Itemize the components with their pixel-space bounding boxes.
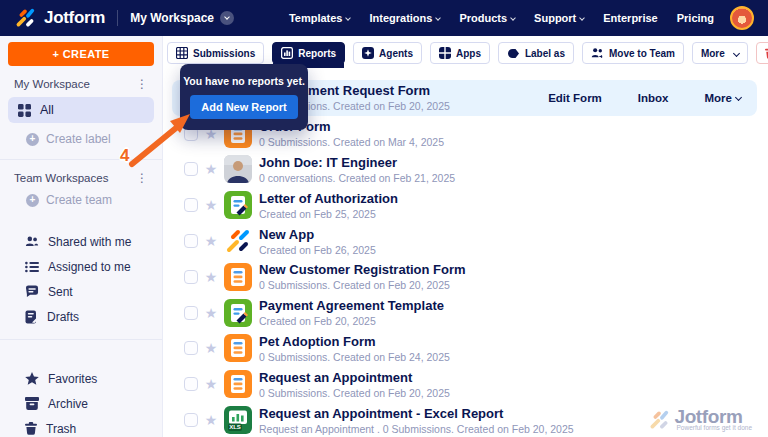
create-button[interactable]: + CREATE xyxy=(8,42,154,66)
form-row[interactable]: ★ Payment Agreement Template Created on … xyxy=(172,295,757,331)
nav-integrations[interactable]: Integrations xyxy=(369,12,440,24)
favorite-star-icon[interactable]: ★ xyxy=(204,270,218,284)
favorite-star-icon[interactable]: ★ xyxy=(204,341,218,355)
reports-button[interactable]: Reports xyxy=(272,42,345,64)
star-icon xyxy=(25,372,39,385)
more-button[interactable]: More xyxy=(692,42,748,64)
nav-products[interactable]: Products xyxy=(459,12,515,24)
reports-popover: You have no reports yet. Add New Report xyxy=(180,64,308,130)
form-row[interactable]: ★ Pet Adoption Form 0 Submissions. Creat… xyxy=(172,331,757,367)
apps-button[interactable]: Apps xyxy=(430,42,490,64)
row-checkbox[interactable] xyxy=(184,198,198,212)
form-title[interactable]: Request an Appointment xyxy=(259,370,450,385)
row-checkbox[interactable] xyxy=(184,413,198,427)
form-row[interactable]: ★ New App Created on Feb 26, 2025 xyxy=(172,223,757,259)
add-new-report-button[interactable]: Add New Report xyxy=(190,95,298,119)
team-workspaces-section-header: Team Workspaces ⋮ xyxy=(14,172,150,184)
move-to-team-button[interactable]: Move to Team xyxy=(582,42,684,64)
sidebar-item-drafts[interactable]: Drafts xyxy=(0,304,162,329)
favorite-star-icon[interactable]: ★ xyxy=(204,413,218,427)
sidebar-item-trash[interactable]: Trash xyxy=(0,416,162,437)
workspace-kebab-icon[interactable]: ⋮ xyxy=(134,79,150,89)
form-type-icon xyxy=(224,263,252,291)
favorite-star-icon[interactable]: ★ xyxy=(204,234,218,248)
sidebar: + CREATE My Workspace ⋮ All + Create lab… xyxy=(0,36,163,437)
navbar-divider xyxy=(117,10,118,26)
row-checkbox[interactable] xyxy=(184,377,198,391)
archive-icon xyxy=(25,397,39,410)
form-list: ★ Appointment Request Form 0 Submissions… xyxy=(172,80,757,437)
form-type-icon xyxy=(224,191,252,219)
form-title[interactable]: New Customer Registration Form xyxy=(259,262,466,277)
excel-report-icon: XLS xyxy=(224,406,252,434)
sidebar-item-all[interactable]: All xyxy=(8,97,154,123)
form-type-icon xyxy=(224,227,252,255)
row-checkbox[interactable] xyxy=(184,234,198,248)
team-kebab-icon[interactable]: ⋮ xyxy=(134,173,150,183)
draft-doc-icon xyxy=(25,310,38,324)
document-sign-icon xyxy=(224,191,252,219)
form-meta: 0 Submissions. Created on Feb 20, 2025 xyxy=(259,387,450,399)
submissions-button[interactable]: Submissions xyxy=(167,42,264,64)
form-title[interactable]: New App xyxy=(259,227,376,242)
form-title[interactable]: Request an Appointment - Excel Report xyxy=(259,406,574,421)
nav-enterprise[interactable]: Enterprise xyxy=(603,12,657,24)
workspace-switcher[interactable]: My Workspace xyxy=(130,11,214,25)
edit-form-link[interactable]: Edit Form xyxy=(548,92,602,104)
people-icon xyxy=(25,235,39,248)
sidebar-item-sent[interactable]: Sent xyxy=(0,279,162,304)
person-photo-icon xyxy=(224,155,252,183)
favorite-star-icon[interactable]: ★ xyxy=(204,306,218,320)
form-meta: 0 conversations. Created on Feb 21, 2025 xyxy=(259,172,455,184)
form-icon xyxy=(224,334,252,362)
form-icon xyxy=(224,263,252,291)
form-type-icon xyxy=(224,155,252,183)
form-title[interactable]: Pet Adoption Form xyxy=(259,334,450,349)
workspace-chevron-icon[interactable] xyxy=(220,11,234,25)
row-checkbox[interactable] xyxy=(184,341,198,355)
form-type-icon xyxy=(224,370,252,398)
brand-wordmark[interactable]: Jotform xyxy=(44,8,105,28)
create-label-item[interactable]: + Create label xyxy=(26,132,162,146)
form-meta: Created on Feb 20, 2025 xyxy=(259,315,444,327)
form-row[interactable]: ★ Letter of Authorization Created on Feb… xyxy=(172,187,757,223)
form-type-icon xyxy=(224,299,252,327)
form-title[interactable]: John Doe: IT Engineer xyxy=(259,155,455,170)
form-row[interactable]: ★ New Customer Registration Form 0 Submi… xyxy=(172,259,757,295)
sidebar-item-favorites[interactable]: Favorites xyxy=(0,366,162,391)
nav-support[interactable]: Support xyxy=(534,12,584,24)
user-avatar[interactable] xyxy=(730,6,754,30)
label-as-button[interactable]: Label as xyxy=(498,42,574,64)
agent-sparkle-icon xyxy=(362,47,374,59)
toolbar: Submissions Reports Agents xyxy=(167,42,768,64)
inbox-link[interactable]: Inbox xyxy=(638,92,669,104)
grid-icon xyxy=(18,104,31,117)
form-row[interactable]: ★ Request an Appointment 0 Submissions. … xyxy=(172,366,757,402)
form-type-icon xyxy=(224,334,252,362)
create-team-item[interactable]: + Create team xyxy=(26,193,162,207)
more-link[interactable]: More xyxy=(705,92,741,104)
favorite-star-icon[interactable]: ★ xyxy=(204,162,218,176)
table-icon xyxy=(176,47,188,59)
form-meta: 0 Submissions. Created on Feb 24, 2025 xyxy=(259,351,450,363)
form-row[interactable]: ★ John Doe: IT Engineer 0 conversations.… xyxy=(172,152,757,188)
form-title[interactable]: Letter of Authorization xyxy=(259,191,398,206)
agents-button[interactable]: Agents xyxy=(353,42,422,64)
move-to-trash-button[interactable]: Move to Trash xyxy=(756,42,768,64)
trash-icon xyxy=(25,422,37,435)
sidebar-item-shared-with-me[interactable]: Shared with me xyxy=(0,229,162,254)
row-checkbox[interactable] xyxy=(184,162,198,176)
favorite-star-icon[interactable]: ★ xyxy=(204,377,218,391)
favorite-star-icon[interactable]: ★ xyxy=(204,198,218,212)
nav-pricing[interactable]: Pricing xyxy=(677,12,714,24)
nav-templates[interactable]: Templates xyxy=(289,12,351,24)
form-title[interactable]: Payment Agreement Template xyxy=(259,298,444,313)
row-checkbox[interactable] xyxy=(184,270,198,284)
row-checkbox[interactable] xyxy=(184,306,198,320)
jotform-logo-icon xyxy=(648,409,670,431)
sidebar-item-archive[interactable]: Archive xyxy=(0,391,162,416)
sidebar-item-assigned-to-me[interactable]: Assigned to me xyxy=(0,254,162,279)
jotform-logo-icon[interactable] xyxy=(14,7,36,29)
document-sign-icon xyxy=(224,299,252,327)
form-type-icon: XLS xyxy=(224,406,252,434)
